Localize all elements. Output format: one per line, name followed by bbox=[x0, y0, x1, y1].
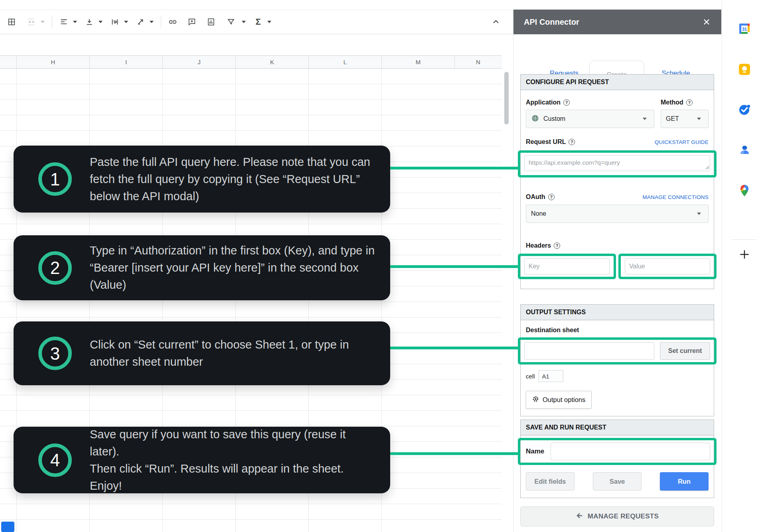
vertical-align-icon[interactable] bbox=[83, 15, 96, 29]
application-select[interactable]: Custom bbox=[526, 110, 654, 128]
output-settings-title: OUTPUT SETTINGS bbox=[521, 305, 714, 320]
method-label: Method bbox=[661, 99, 683, 106]
headers-label: Headers bbox=[526, 242, 551, 249]
close-icon[interactable] bbox=[702, 18, 711, 26]
text-wrapping-dropdown-icon[interactable] bbox=[124, 21, 128, 23]
filter-dropdown-icon[interactable] bbox=[242, 21, 246, 23]
vertical-align-dropdown-icon[interactable] bbox=[99, 21, 103, 23]
callout-text: Paste the full API query here. Please no… bbox=[90, 154, 370, 205]
step-number-badge: 2 bbox=[38, 251, 72, 285]
functions-icon[interactable]: Σ bbox=[251, 15, 265, 29]
callout-step-1: 1 Paste the full API query here. Please … bbox=[14, 146, 390, 213]
callout-text: Save query if you want to save this quer… bbox=[90, 426, 378, 495]
name-label: Name bbox=[524, 447, 544, 455]
google-keep-icon[interactable] bbox=[737, 62, 752, 77]
vertical-scrollbar[interactable] bbox=[503, 69, 511, 532]
method-select[interactable]: GET bbox=[661, 110, 709, 128]
sheet-toolbar: Σ bbox=[0, 10, 513, 34]
help-icon[interactable]: ? bbox=[548, 194, 555, 200]
left-arrow-icon bbox=[576, 512, 584, 522]
oauth-label: OAuth bbox=[526, 193, 545, 201]
horizontal-align-icon[interactable] bbox=[57, 15, 71, 29]
output-options-button[interactable]: Output options bbox=[526, 391, 592, 409]
column-header-m[interactable]: M bbox=[382, 56, 455, 68]
borders-icon[interactable] bbox=[5, 15, 18, 29]
google-contacts-icon[interactable] bbox=[737, 143, 752, 157]
oauth-select[interactable]: None bbox=[526, 205, 709, 223]
application-value: Custom bbox=[543, 115, 565, 122]
column-header-i[interactable]: I bbox=[90, 56, 163, 68]
annotation-highlight-request-url bbox=[520, 153, 714, 175]
column-header-n[interactable]: N bbox=[455, 56, 501, 68]
step-number: 4 bbox=[50, 451, 60, 469]
row-header-stub[interactable] bbox=[0, 56, 17, 68]
annotation-connector-3 bbox=[390, 347, 520, 349]
step-number-badge: 3 bbox=[38, 337, 72, 370]
edit-fields-button[interactable]: Edit fields bbox=[526, 472, 574, 491]
column-header-k[interactable]: K bbox=[236, 56, 309, 68]
help-icon[interactable]: ? bbox=[686, 99, 693, 106]
column-header-j[interactable]: J bbox=[163, 56, 236, 68]
panel-header: API Connector bbox=[513, 10, 721, 34]
header-value-input[interactable] bbox=[625, 258, 710, 274]
text-wrapping-icon[interactable] bbox=[108, 15, 122, 29]
row-header-selection-fragment bbox=[1, 522, 14, 532]
oauth-value: None bbox=[531, 210, 546, 217]
add-panel-icon[interactable] bbox=[737, 247, 752, 262]
annotation-highlight-header-value bbox=[621, 256, 714, 277]
step-number: 2 bbox=[50, 259, 60, 276]
functions-dropdown-icon[interactable] bbox=[267, 21, 271, 23]
column-headers: H I J K L M N bbox=[0, 55, 502, 69]
callout-step-3: 3 Click on “Set current” to choose Sheet… bbox=[14, 321, 390, 385]
toolbar-divider bbox=[161, 16, 161, 28]
text-rotation-dropdown-icon[interactable] bbox=[150, 21, 154, 23]
request-url-input[interactable] bbox=[524, 155, 710, 171]
destination-sheet-input[interactable] bbox=[524, 342, 654, 360]
insert-link-icon[interactable] bbox=[166, 15, 180, 29]
method-value: GET bbox=[666, 115, 679, 122]
quickstart-guide-link[interactable]: QUICKSTART GUIDE bbox=[655, 139, 709, 145]
chevron-down-icon bbox=[643, 118, 647, 120]
destination-sheet-label: Destination sheet bbox=[526, 327, 579, 334]
merge-cells-icon[interactable] bbox=[25, 15, 38, 29]
manage-requests-button[interactable]: MANAGE REQUESTS bbox=[520, 506, 714, 526]
header-key-input[interactable] bbox=[524, 258, 610, 274]
sigma-glyph: Σ bbox=[255, 17, 261, 27]
text-rotation-icon[interactable] bbox=[134, 15, 147, 29]
request-name-input[interactable] bbox=[551, 443, 710, 460]
horizontal-align-dropdown-icon[interactable] bbox=[73, 21, 77, 23]
callout-step-4: 4 Save query if you want to save this qu… bbox=[14, 427, 390, 493]
google-tasks-icon[interactable] bbox=[737, 102, 752, 117]
configure-section-title: CONFIGURE API REQUEST bbox=[521, 75, 714, 90]
save-button[interactable]: Save bbox=[593, 472, 642, 491]
scrollbar-thumb[interactable] bbox=[504, 72, 509, 124]
column-header-h[interactable]: H bbox=[17, 56, 90, 68]
run-button[interactable]: Run bbox=[660, 472, 709, 491]
collapse-toolbar-icon[interactable] bbox=[489, 15, 503, 29]
create-filter-icon[interactable] bbox=[224, 15, 238, 29]
help-icon[interactable]: ? bbox=[569, 139, 575, 145]
google-maps-icon[interactable] bbox=[737, 183, 752, 198]
chevron-down-icon bbox=[697, 118, 701, 120]
insert-chart-icon[interactable] bbox=[204, 15, 218, 29]
annotation-connector-2 bbox=[390, 265, 520, 268]
callout-text: Type in “Authorization” in the first box… bbox=[90, 242, 375, 294]
resize-handle-icon[interactable] bbox=[705, 164, 709, 171]
insert-comment-icon[interactable] bbox=[185, 15, 199, 29]
api-connector-panel: API Connector Requests Create Schedule C… bbox=[513, 10, 721, 532]
chevron-down-icon bbox=[697, 213, 701, 215]
column-header-l[interactable]: L bbox=[309, 56, 382, 68]
merge-cells-dropdown-icon[interactable] bbox=[41, 21, 45, 23]
svg-text:31: 31 bbox=[742, 27, 747, 32]
cell-input[interactable] bbox=[539, 370, 563, 382]
annotation-highlight-destination: Set current bbox=[520, 340, 714, 362]
set-current-button[interactable]: Set current bbox=[660, 342, 710, 360]
help-icon[interactable]: ? bbox=[563, 99, 570, 106]
manage-connections-link[interactable]: MANAGE CONNECTIONS bbox=[642, 194, 709, 200]
annotation-connector-4 bbox=[390, 452, 520, 455]
rail-divider bbox=[732, 239, 756, 240]
google-calendar-icon[interactable]: 31 bbox=[737, 22, 752, 36]
manage-requests-label: MANAGE REQUESTS bbox=[588, 512, 659, 520]
workspace-side-rail: 31 bbox=[722, 0, 766, 532]
help-icon[interactable]: ? bbox=[554, 242, 560, 249]
